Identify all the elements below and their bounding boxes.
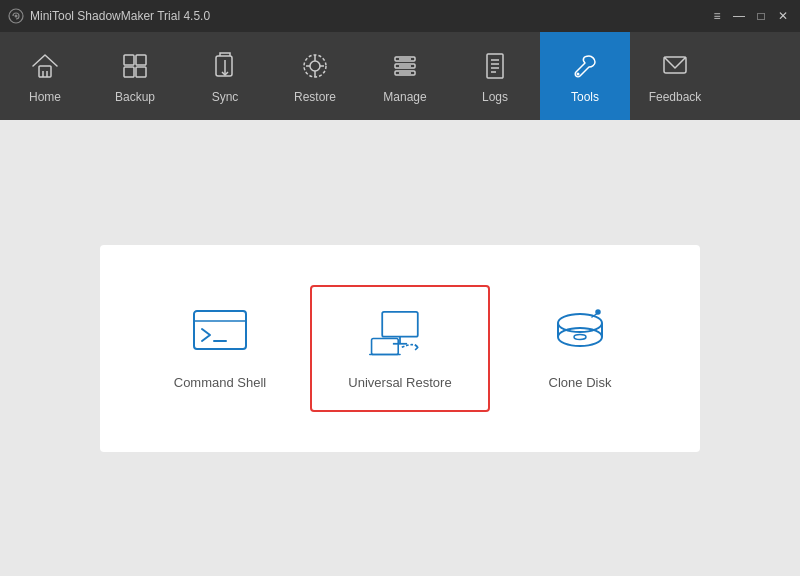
tool-label-clone-disk: Clone Disk: [549, 375, 612, 390]
close-button[interactable]: ✕: [774, 7, 792, 25]
command-shell-icon: [188, 307, 252, 361]
tool-item-clone-disk[interactable]: Clone Disk: [490, 287, 670, 410]
nav-item-sync[interactable]: Sync: [180, 32, 270, 120]
svg-point-38: [558, 314, 602, 332]
svg-point-1: [15, 15, 18, 18]
svg-rect-2: [39, 66, 51, 77]
minimize-button[interactable]: —: [730, 7, 748, 25]
nav-label-logs: Logs: [482, 90, 508, 104]
nav-item-home[interactable]: Home: [0, 32, 90, 120]
feedback-icon: [657, 48, 693, 84]
svg-rect-8: [136, 67, 146, 77]
title-bar: MiniTool ShadowMaker Trial 4.5.0 ≡ — □ ✕: [0, 0, 800, 32]
tool-item-universal-restore[interactable]: Universal Restore: [310, 285, 490, 412]
app-icon: [8, 8, 24, 24]
nav-label-home: Home: [29, 90, 61, 104]
menu-button[interactable]: ≡: [708, 7, 726, 25]
home-icon: [27, 48, 63, 84]
nav-item-logs[interactable]: Logs: [450, 32, 540, 120]
tool-label-universal-restore: Universal Restore: [348, 375, 451, 390]
app-title: MiniTool ShadowMaker Trial 4.5.0: [30, 9, 210, 23]
nav-item-restore[interactable]: Restore: [270, 32, 360, 120]
nav-label-feedback: Feedback: [649, 90, 702, 104]
tool-label-command-shell: Command Shell: [174, 375, 267, 390]
nav-item-backup[interactable]: Backup: [90, 32, 180, 120]
nav-item-tools[interactable]: Tools: [540, 32, 630, 120]
svg-point-12: [310, 61, 320, 71]
svg-point-41: [558, 328, 602, 346]
svg-point-42: [574, 334, 586, 339]
backup-icon: [117, 48, 153, 84]
svg-point-44: [596, 310, 600, 314]
nav-item-feedback[interactable]: Feedback: [630, 32, 720, 120]
manage-icon: [387, 48, 423, 84]
svg-rect-6: [136, 55, 146, 65]
svg-rect-36: [372, 338, 399, 354]
svg-rect-23: [487, 54, 503, 78]
main-content: Command Shell Universal Restore: [0, 120, 800, 576]
tool-item-command-shell[interactable]: Command Shell: [130, 287, 310, 410]
svg-rect-5: [124, 55, 134, 65]
tools-icon: [567, 48, 603, 84]
clone-disk-icon: [548, 307, 612, 361]
tools-panel: Command Shell Universal Restore: [100, 245, 700, 452]
maximize-button[interactable]: □: [752, 7, 770, 25]
title-bar-left: MiniTool ShadowMaker Trial 4.5.0: [8, 8, 210, 24]
nav-item-manage[interactable]: Manage: [360, 32, 450, 120]
nav-label-tools: Tools: [571, 90, 599, 104]
logs-icon: [477, 48, 513, 84]
restore-icon: [297, 48, 333, 84]
nav-label-restore: Restore: [294, 90, 336, 104]
svg-point-28: [577, 73, 580, 76]
universal-restore-icon: [368, 307, 432, 361]
nav-label-backup: Backup: [115, 90, 155, 104]
nav-label-sync: Sync: [212, 90, 239, 104]
title-bar-controls: ≡ — □ ✕: [708, 7, 792, 25]
sync-icon: [207, 48, 243, 84]
nav-label-manage: Manage: [383, 90, 426, 104]
svg-rect-33: [382, 311, 418, 336]
nav-bar: Home Backup Sync: [0, 32, 800, 120]
svg-rect-7: [124, 67, 134, 77]
